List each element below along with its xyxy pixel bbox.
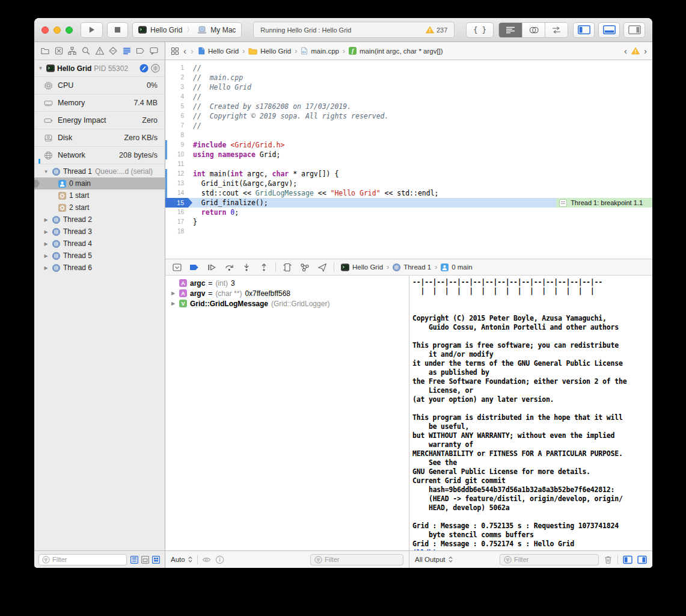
stack-frame-row[interactable]: 1 start bbox=[34, 189, 165, 202]
step-into-button[interactable] bbox=[240, 261, 253, 273]
library-button[interactable]: { } bbox=[466, 22, 494, 38]
line-number-gutter[interactable]: 16 bbox=[165, 208, 188, 217]
toggle-inspector-button[interactable] bbox=[623, 22, 645, 38]
code-line-4[interactable]: 4// bbox=[165, 92, 652, 102]
stack-frame-row[interactable]: 2 start bbox=[34, 202, 165, 214]
line-number-gutter[interactable]: 3 bbox=[165, 82, 188, 92]
process-row[interactable]: ▼ Hello Grid PID 55302 bbox=[34, 60, 165, 76]
debug-breadcrumb-item[interactable]: Hello Grid bbox=[341, 263, 383, 271]
code-line-12[interactable]: 12int main(int argc, char * argv[]) { bbox=[165, 169, 652, 179]
warning-count-badge[interactable]: 237 bbox=[426, 26, 447, 34]
line-number-gutter[interactable]: 13 bbox=[165, 179, 188, 188]
breadcrumb-item[interactable]: Hello Grid bbox=[248, 48, 291, 55]
view-mode-button[interactable] bbox=[151, 64, 160, 73]
debug-breadcrumb-item[interactable]: 0 main bbox=[441, 263, 473, 271]
print-description-button[interactable] bbox=[215, 555, 224, 564]
code-line-8[interactable]: 8 bbox=[165, 131, 652, 140]
code-line-11[interactable]: 11 bbox=[165, 159, 652, 169]
disclosure-icon[interactable]: ▶ bbox=[43, 217, 49, 223]
variables-scope-selector[interactable]: Auto bbox=[171, 556, 193, 563]
code-line-13[interactable]: 13 Grid_init(&argc,&argv); bbox=[165, 179, 652, 188]
line-number-gutter[interactable]: 8 bbox=[165, 131, 188, 140]
scheme-selector[interactable]: Hello Grid 〉 My Mac bbox=[132, 22, 242, 38]
code-line-2[interactable]: 2// main.cpp bbox=[165, 73, 652, 82]
breakpoint-badge[interactable]: 15 bbox=[165, 198, 192, 208]
navigator-tab-breakpoint[interactable] bbox=[135, 45, 145, 57]
navigator-tab-find[interactable] bbox=[81, 45, 91, 57]
related-items-icon[interactable] bbox=[171, 47, 179, 55]
hide-debug-area-button[interactable] bbox=[171, 261, 183, 273]
code-line-18[interactable]: 18 bbox=[165, 227, 652, 236]
line-number-gutter[interactable]: 9 bbox=[165, 140, 188, 150]
console-filter-field[interactable]: Filter bbox=[500, 554, 599, 565]
assistant-editor-button[interactable] bbox=[522, 23, 545, 37]
zoom-button[interactable] bbox=[66, 26, 73, 34]
view-hierarchy-button[interactable] bbox=[281, 261, 293, 273]
line-number-gutter[interactable]: 12 bbox=[165, 169, 188, 179]
breakpoint-annotation[interactable]: Thread 1: breakpoint 1.1 bbox=[556, 198, 652, 208]
code-line-15[interactable]: 15 Grid_finalize();Thread 1: breakpoint … bbox=[165, 198, 652, 208]
disclosure-icon[interactable]: ▶ bbox=[43, 265, 49, 271]
thread-row[interactable]: ▶Thread 3 bbox=[34, 226, 165, 238]
line-number-gutter[interactable]: 7 bbox=[165, 121, 188, 131]
variable-row[interactable]: ▶VGrid::GridLogMessage(Grid::GridLogger) bbox=[165, 298, 409, 309]
line-number-gutter[interactable]: 1 bbox=[165, 63, 188, 73]
navigator-filter-field[interactable]: Filter bbox=[38, 554, 127, 565]
gauge-memory[interactable]: Memory7.4 MB bbox=[34, 94, 165, 111]
code-line-14[interactable]: 14 std::cout << GridLogMessage << "Hello… bbox=[165, 188, 652, 198]
variable-row[interactable]: ▶Aargv=(char **)0x7ffeefbff568 bbox=[165, 288, 409, 298]
code-line-5[interactable]: 5// Created by s1786208 on 17/03/2019. bbox=[165, 102, 652, 111]
code-line-7[interactable]: 7// bbox=[165, 121, 652, 131]
line-number-gutter[interactable]: 4 bbox=[165, 92, 188, 102]
code-line-6[interactable]: 6// Copyright © 2019 sopa. All rights re… bbox=[165, 111, 652, 121]
line-number-gutter[interactable]: 14 bbox=[165, 188, 188, 198]
pause-process-button[interactable] bbox=[139, 64, 149, 73]
navigator-tab-debug[interactable] bbox=[121, 45, 132, 57]
debug-breadcrumb-item[interactable]: Thread 1 bbox=[393, 263, 431, 271]
disclosure-icon[interactable]: ▶ bbox=[43, 253, 49, 259]
navigator-tab-source-control[interactable] bbox=[54, 45, 64, 57]
minimize-button[interactable] bbox=[54, 26, 61, 34]
stop-button[interactable] bbox=[107, 22, 128, 38]
gauge-cpu[interactable]: CPU0% bbox=[34, 76, 165, 94]
breadcrumb-item[interactable]: fmain(int argc, char * argv[]) bbox=[349, 47, 443, 55]
variable-row[interactable]: Aargc=(int)3 bbox=[165, 278, 409, 288]
breadcrumb-item[interactable]: Hello Grid bbox=[198, 47, 239, 55]
console-view[interactable]: --|--|--|--|--|--|--|--|--|--|--|--|--|-… bbox=[409, 276, 652, 550]
code-line-10[interactable]: 10using namespace Grid; bbox=[165, 150, 652, 159]
go-forward-button[interactable]: › bbox=[191, 46, 194, 55]
quicklook-button[interactable] bbox=[202, 555, 211, 564]
toggle-navigator-button[interactable] bbox=[573, 22, 595, 38]
line-number-gutter[interactable]: 17 bbox=[165, 217, 188, 227]
thread-row[interactable]: ▼Thread 1Queue:...d (serial) bbox=[34, 165, 165, 177]
code-line-1[interactable]: 1// bbox=[165, 63, 652, 73]
toggle-debug-area-button[interactable] bbox=[598, 22, 620, 38]
navigator-tab-report[interactable] bbox=[149, 45, 159, 57]
activity-viewer[interactable]: Running Hello Grid : Hello Grid 237 bbox=[253, 22, 455, 38]
go-back-button[interactable]: ‹ bbox=[183, 46, 186, 55]
step-over-button[interactable] bbox=[223, 261, 235, 273]
thread-row[interactable]: ▶Thread 4 bbox=[34, 238, 165, 250]
version-editor-button[interactable] bbox=[545, 23, 568, 37]
navigator-tab-project[interactable] bbox=[40, 45, 51, 57]
memory-graph-button[interactable] bbox=[299, 261, 311, 273]
thread-row[interactable]: ▶Thread 2 bbox=[34, 214, 165, 226]
breakpoints-toggle-button[interactable] bbox=[188, 261, 200, 273]
line-number-gutter[interactable]: 10 bbox=[165, 150, 188, 159]
code-line-17[interactable]: 17} bbox=[165, 217, 652, 227]
standard-editor-button[interactable] bbox=[499, 23, 522, 37]
line-number-gutter[interactable]: 5 bbox=[165, 102, 188, 111]
show-stack-frames-button[interactable] bbox=[152, 555, 161, 564]
simulate-location-button[interactable] bbox=[316, 261, 328, 273]
code-line-3[interactable]: 3// Hello Grid bbox=[165, 82, 652, 92]
step-out-button[interactable] bbox=[258, 261, 270, 273]
previous-issue-button[interactable]: ‹ bbox=[624, 46, 627, 55]
thread-row[interactable]: ▶Thread 5 bbox=[34, 250, 165, 262]
thread-row[interactable]: ▶Thread 6 bbox=[34, 262, 165, 274]
gauge-energy[interactable]: Energy ImpactZero bbox=[34, 111, 165, 129]
continue-button[interactable] bbox=[206, 261, 218, 273]
console-output[interactable]: --|--|--|--|--|--|--|--|--|--|--|--|--|-… bbox=[412, 278, 649, 550]
clear-console-button[interactable] bbox=[604, 555, 613, 564]
next-issue-button[interactable]: › bbox=[644, 46, 647, 55]
source-editor[interactable]: 1//2// main.cpp3// Hello Grid4//5// Crea… bbox=[165, 60, 652, 259]
